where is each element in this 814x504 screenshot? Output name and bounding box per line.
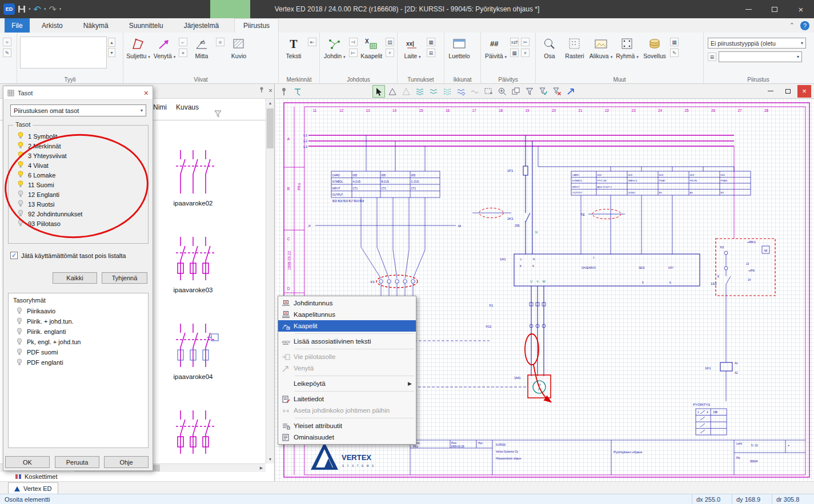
layer-row[interactable]: 1 Symbolit xyxy=(10,131,147,141)
layer-scope-select[interactable]: Piirustuksen omat tasot▾ xyxy=(10,104,146,116)
column-kuvaus[interactable]: Kuvaus xyxy=(176,103,199,111)
doc-restore-button[interactable] xyxy=(779,85,796,98)
cut-icon[interactable]: × xyxy=(179,49,187,57)
scroll-down-icon[interactable]: ▼ xyxy=(266,455,274,463)
layer-row[interactable]: 12 Englanti xyxy=(10,189,147,199)
bulb-on-icon[interactable] xyxy=(17,161,24,170)
redo-dropdown-caret[interactable]: ▾ xyxy=(59,7,62,11)
johdin-button[interactable]: Johdin ▾ xyxy=(322,34,348,59)
peruuta-button[interactable]: Peruuta xyxy=(55,456,99,468)
doc-close-button[interactable]: × xyxy=(797,85,811,98)
vscroll-thumb[interactable] xyxy=(267,108,274,148)
triangle-dashed-icon[interactable] xyxy=(400,85,412,98)
ok-button[interactable]: OK xyxy=(5,456,50,468)
menu-item-venyt[interactable]: Venytä xyxy=(278,362,416,374)
tab-piirustus[interactable]: Piirustus xyxy=(234,18,279,33)
rasteri-button[interactable]: Rasteri xyxy=(562,34,588,59)
scroll-up-icon[interactable]: ▲ xyxy=(266,99,274,107)
trim-icon[interactable]: ⌐ xyxy=(179,38,187,46)
layer-row[interactable]: 13 Ruotsi xyxy=(10,199,147,209)
marquee-icon[interactable] xyxy=(482,85,495,98)
venyta-button[interactable]: Venytä ▾ xyxy=(151,34,178,59)
bulb-on-icon[interactable] xyxy=(17,180,24,189)
triangle-tool-icon[interactable] xyxy=(386,85,399,98)
brush-icon[interactable]: ✎ xyxy=(3,49,11,57)
collapse-ribbon-icon[interactable]: ⌃ xyxy=(789,22,795,29)
hatch-style2-icon[interactable] xyxy=(427,85,440,98)
tab-arkisto[interactable]: Arkisto xyxy=(33,18,71,33)
wire-split-icon[interactable]: ⊣ xyxy=(349,38,358,46)
panel-pin-icon[interactable] xyxy=(258,86,265,95)
filter-clear-icon[interactable] xyxy=(551,85,563,98)
layer-group-row[interactable]: Piirik. + johd.tun. xyxy=(9,316,148,326)
menu-item-laitetiedot[interactable]: Laitetiedot xyxy=(278,393,416,405)
undo-dropdown-caret[interactable]: ▾ xyxy=(44,7,46,11)
minimize-button[interactable] xyxy=(735,0,761,18)
menu-item-aseta-johdinkoko-johtimen-p-ihin[interactable]: Aseta johdinkoko johtimen päihin xyxy=(278,405,416,416)
tree-item-koskettimet[interactable]: Koskettimet xyxy=(15,473,57,481)
tag-box-icon[interactable]: ⊞ xyxy=(427,49,435,57)
symbol-thumbnail[interactable] xyxy=(166,235,220,284)
menu-item-yleiset-attribuutit[interactable]: Yleiset attribuutit xyxy=(278,420,416,432)
paivita-button[interactable]: ## Päivitä ▾ xyxy=(483,34,509,59)
layer-group-row[interactable]: Piirikaavio xyxy=(9,306,148,316)
wire-mode-icon[interactable] xyxy=(291,85,304,98)
scroll-right-icon[interactable]: ▶ xyxy=(257,464,266,472)
filter-funnel-icon[interactable] xyxy=(214,110,222,120)
hatch-style3-icon[interactable] xyxy=(441,85,454,98)
teksti-button[interactable]: T Teksti xyxy=(280,34,307,59)
close-button[interactable]: × xyxy=(788,0,814,18)
update-cut-icon[interactable]: ✂ xyxy=(521,38,530,46)
document-tab-vertex-ed[interactable]: Vertex ED xyxy=(8,482,58,494)
tab-suunnittelu[interactable]: Suunnittelu xyxy=(121,18,172,33)
layer-row[interactable]: 3 Yhteysviivat xyxy=(10,151,147,160)
style-down-icon[interactable]: ▼ xyxy=(108,48,115,57)
zoom-in-icon[interactable] xyxy=(496,85,508,98)
layer-row[interactable]: 6 Lomake xyxy=(10,170,147,180)
menu-item-lis-assosiatiivinen-teksti[interactable]: ASCIILisää assosiatiivinen teksti xyxy=(278,336,416,347)
update-x-icon[interactable]: x⇄ xyxy=(510,38,519,46)
filter-check-icon[interactable] xyxy=(537,85,550,98)
bulb-on-icon[interactable] xyxy=(17,171,24,179)
drawing-canvas[interactable]: 1999-03-22 PKo 1112131415161718192021222… xyxy=(275,99,814,481)
layer-row[interactable]: 2 Merkinnät xyxy=(10,141,147,151)
app-logo-icon[interactable]: ED xyxy=(3,3,15,15)
menu-item-johdintunnus[interactable]: Johdintunnus xyxy=(278,297,416,309)
undo-icon[interactable]: ↶ xyxy=(34,4,41,15)
luettelo-button[interactable]: Luettelo xyxy=(446,34,472,59)
layer-group-row[interactable]: PDF suomi xyxy=(9,347,148,357)
dim-chain-icon[interactable]: ≡ xyxy=(216,38,224,46)
layer-group-row[interactable]: Pk, engl. + johd.tun xyxy=(9,337,148,347)
update-grid-icon[interactable]: ▦ xyxy=(510,49,519,57)
doc-minimize-button[interactable] xyxy=(762,85,779,98)
menu-item-vie-piilotasolle[interactable]: Vie piilotasolle xyxy=(278,351,416,362)
tasot-dialog-titlebar[interactable]: Tasot × xyxy=(3,86,153,100)
symbol-vscrollbar[interactable]: ▲ ▼ xyxy=(266,99,274,463)
style-up-icon[interactable]: ▲ xyxy=(108,38,115,47)
symbol-thumbnail[interactable] xyxy=(166,408,220,458)
bulb-off-icon[interactable] xyxy=(17,190,24,199)
ohje-button[interactable]: Ohje xyxy=(104,456,149,468)
layer-row[interactable]: 92 Johdintunnukset xyxy=(10,209,147,219)
layer-row[interactable]: 93 Piilotaso xyxy=(10,219,147,228)
layer-row[interactable]: 4 Viivat xyxy=(10,160,147,170)
app-edit-icon[interactable]: ✎ xyxy=(670,49,679,57)
copy-view-icon[interactable] xyxy=(510,85,522,98)
panel-close-icon[interactable]: × xyxy=(268,87,272,95)
alikuva-button[interactable]: Alikuva ▾ xyxy=(588,34,614,59)
save-dropdown-caret[interactable]: ▾ xyxy=(29,7,31,11)
bulb-on-icon[interactable] xyxy=(17,132,24,140)
hide-unused-checkbox-row[interactable]: ✓ Jätä käyttämättömät tasot pois listalt… xyxy=(10,252,126,259)
pan-arrow-icon[interactable] xyxy=(564,85,577,98)
tab-jarjestelma[interactable]: Järjestelmä xyxy=(175,18,227,33)
bulb-on-icon[interactable] xyxy=(17,142,24,150)
dialog-close-icon[interactable]: × xyxy=(144,88,149,98)
app-grid-icon[interactable]: ▦ xyxy=(670,38,679,46)
bulb-off-icon[interactable] xyxy=(17,209,24,218)
osa-button[interactable]: Osa xyxy=(538,34,562,59)
kaapelit-button[interactable]: X Kaapelit xyxy=(359,34,385,59)
kaikki-button[interactable]: Kaikki xyxy=(53,272,97,284)
tilde-tool-icon[interactable] xyxy=(468,85,481,98)
update-del-icon[interactable]: × xyxy=(521,49,530,57)
sheet-add-icon[interactable]: ⊞ xyxy=(708,53,716,61)
